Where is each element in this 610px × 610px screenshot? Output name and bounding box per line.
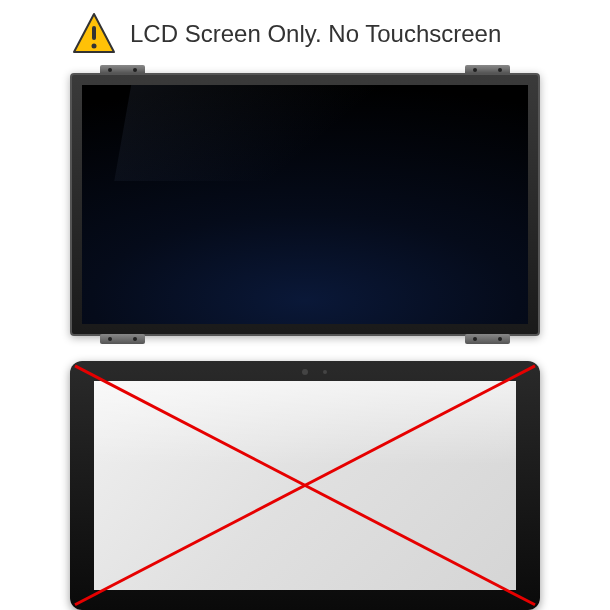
lcd-bezel — [70, 73, 540, 336]
mounting-tab — [465, 334, 510, 344]
camera-icon — [302, 369, 308, 375]
warning-icon — [70, 10, 118, 58]
header-text: LCD Screen Only. No Touchscreen — [130, 20, 501, 48]
svg-point-1 — [92, 44, 97, 49]
touchscreen-bezel — [70, 361, 540, 610]
svg-rect-0 — [92, 26, 96, 40]
sensor-icon — [323, 370, 327, 374]
glass-reflection — [94, 381, 516, 464]
mounting-tab — [100, 334, 145, 344]
screen-reflection — [114, 85, 496, 181]
touchscreen-image — [70, 361, 540, 610]
touchscreen-glass — [94, 381, 516, 590]
lcd-screen-image — [70, 73, 540, 336]
warning-header: LCD Screen Only. No Touchscreen — [50, 10, 610, 58]
lcd-display-area — [82, 85, 528, 324]
